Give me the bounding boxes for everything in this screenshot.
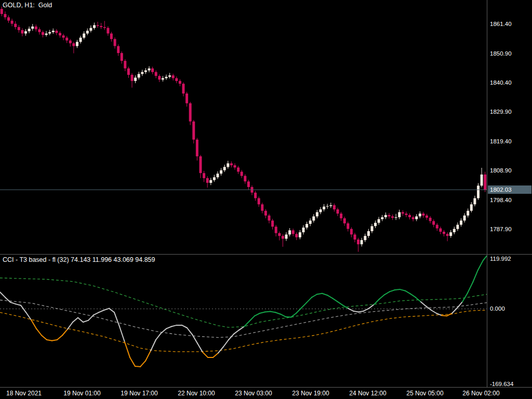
indicator-pane: CCI - T3 based - fl (32) 74.143 11.996 4…	[0, 255, 532, 388]
chart-title: GOLD, H1: Gold	[3, 2, 52, 9]
price-tick: 1798.40	[490, 196, 512, 204]
price-tick: 1861.40	[490, 20, 512, 28]
time-axis-label: 19 Nov 01:00	[63, 390, 100, 397]
price-chart-pane: GOLD, H1: Gold 1861.401850.901840.401829…	[0, 0, 532, 255]
price-tick: 1829.90	[490, 108, 512, 115]
time-axis-label: 22 Nov 10:00	[178, 390, 215, 397]
trading-terminal: GOLD, H1: Gold 1861.401850.901840.401829…	[0, 0, 532, 399]
time-axis-label: 23 Nov 03:00	[235, 390, 272, 397]
time-axis-label: 26 Nov 02:00	[462, 390, 499, 397]
price-tick: 1850.90	[490, 50, 512, 57]
price-tick: 1840.40	[490, 79, 512, 86]
time-axis-label: 25 Nov 05:00	[406, 390, 443, 397]
indicator-tick: -169.634	[490, 380, 513, 388]
price-axis[interactable]: 1861.401850.901840.401829.901819.401808.…	[487, 0, 532, 254]
indicator-title: CCI - T3 based - fl (32) 74.143 11.996 4…	[3, 256, 155, 263]
candlestick-chart-canvas[interactable]	[0, 0, 487, 254]
current-price-tag: 1802.03	[488, 185, 531, 194]
time-axis-label: 24 Nov 12:00	[349, 390, 386, 397]
indicator-tick: 119.992	[490, 255, 511, 262]
indicator-axis[interactable]: 119.9920.000-169.634	[487, 255, 532, 387]
price-tick: 1808.90	[490, 167, 512, 174]
indicator-tick: 0.000	[490, 305, 505, 312]
time-axis-label: 19 Nov 17:00	[121, 390, 157, 397]
price-tick: 1787.90	[490, 225, 512, 233]
time-axis[interactable]: 18 Nov 202119 Nov 01:0019 Nov 17:0022 No…	[0, 388, 532, 399]
time-axis-label: 23 Nov 19:00	[292, 390, 329, 397]
time-axis-label: 18 Nov 2021	[6, 390, 42, 397]
price-tick: 1819.40	[490, 138, 512, 145]
cci-indicator-canvas[interactable]	[0, 255, 487, 387]
